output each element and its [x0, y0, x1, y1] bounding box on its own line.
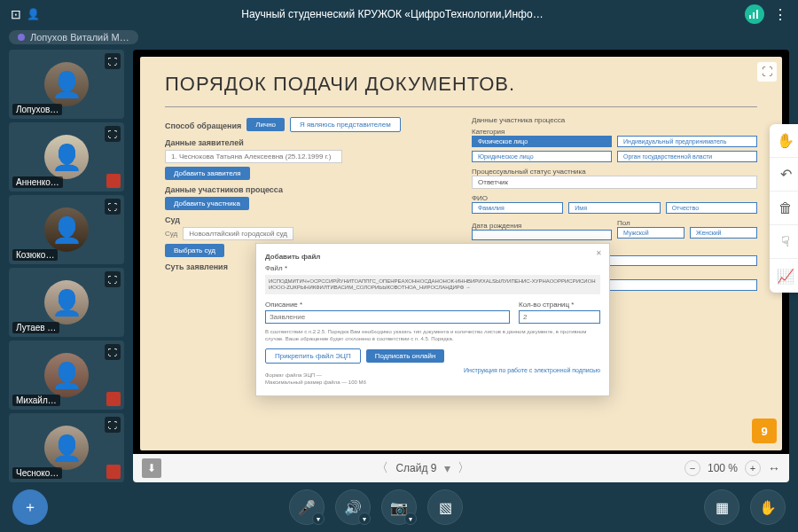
- appeal-rep-button: Я являюсь представителем: [290, 117, 401, 132]
- slide-indicator[interactable]: Слайд 9: [395, 462, 436, 474]
- audio-chevron-icon[interactable]: ▾: [358, 512, 371, 525]
- share-screen-button[interactable]: ▧: [427, 489, 463, 525]
- expand-tile-icon[interactable]: ⛶: [105, 271, 121, 287]
- participant-badge-icon: [106, 392, 121, 406]
- appeal-personal-button: Лично: [246, 118, 285, 131]
- pages-label: Кол-во страниц *: [519, 301, 600, 309]
- appeal-label: Способ обращения: [165, 121, 241, 130]
- participant-badge-icon: [106, 174, 121, 188]
- dob-field: [472, 230, 612, 240]
- presenter-pill[interactable]: Лопухов Виталий М…: [9, 30, 138, 44]
- participant-avatar: 👤: [44, 207, 89, 252]
- participant-name: Лопухов…: [12, 104, 62, 115]
- mic-button[interactable]: 🎤▾: [289, 489, 325, 525]
- expand-tile-icon[interactable]: ⛶: [105, 417, 121, 433]
- add-participant-button: Добавить участника: [165, 197, 249, 210]
- mic-chevron-icon[interactable]: ▾: [312, 512, 325, 525]
- slide-dropdown-icon[interactable]: ▾: [444, 461, 450, 475]
- participant-tile[interactable]: 👤Лопухов…⛶: [9, 50, 124, 119]
- slide-content: ПОРЯДОК ПОДАЧИ ДОКУМЕНТОВ. Способ обраще…: [140, 57, 782, 450]
- attach-sig-button: Прикрепить файл ЭЦП: [265, 348, 361, 364]
- person-icon[interactable]: 👤: [27, 8, 40, 20]
- name-field: Имя: [568, 202, 660, 214]
- expand-tile-icon[interactable]: ⛶: [105, 53, 121, 69]
- format-note: Формат файла ЭЦП — Максимальный размер ф…: [265, 372, 366, 387]
- file-label: Файл *: [265, 264, 600, 272]
- svg-rect-1: [753, 12, 755, 19]
- dob-label: Дата рождения: [472, 222, 612, 230]
- connection-icon[interactable]: [745, 4, 764, 24]
- proc-participants-label: Данные участников процесса: [165, 185, 450, 194]
- right-header: Данные участника процесса: [472, 116, 757, 124]
- zoom-in-icon[interactable]: +: [745, 460, 761, 476]
- participant-name: Чесноко…: [12, 467, 62, 479]
- meeting-title: Научный студенческий КРУЖОК «ЦифроТехнол…: [40, 8, 745, 20]
- prev-slide-icon[interactable]: 〈: [376, 460, 388, 476]
- download-icon[interactable]: ⬇: [142, 458, 161, 478]
- participant-avatar: 👤: [44, 280, 89, 325]
- next-slide-icon[interactable]: 〉: [458, 460, 470, 476]
- expand-tile-icon[interactable]: ⛶: [105, 199, 121, 215]
- participant-tile[interactable]: 👤Михайл…⛶: [9, 340, 124, 410]
- add-file-modal: ✕ Добавить файл Файл * ИСПОДМИТИЧ+ОСРССИ…: [255, 243, 610, 396]
- trash-icon[interactable]: 🗑: [770, 192, 798, 225]
- participant-avatar: 👤: [44, 62, 89, 106]
- fio-label: ФИО: [472, 194, 757, 202]
- slide-number-badge[interactable]: 9: [752, 419, 777, 443]
- zoom-out-icon[interactable]: −: [685, 460, 700, 476]
- pan-tool-icon[interactable]: ✋: [770, 124, 798, 158]
- modal-note: В соответствии с п.2.2.5. Порядка Вам не…: [265, 329, 600, 343]
- participants-icon[interactable]: ⊡: [11, 7, 21, 21]
- status-label: Процессуальный статус участника: [472, 168, 757, 176]
- category-label: Категория: [472, 128, 757, 136]
- svg-rect-2: [756, 10, 758, 19]
- participant-tile[interactable]: 👤Козюко…⛶: [9, 195, 124, 264]
- header-bar: ⊡ 👤 Научный студенческий КРУЖОК «ЦифроТе…: [0, 0, 798, 28]
- gender-label: Пол: [617, 219, 757, 227]
- options-icon[interactable]: ⋮: [773, 6, 787, 23]
- patronymic-field: Отчество: [666, 202, 757, 214]
- add-button[interactable]: ＋: [12, 489, 48, 525]
- raise-hand-button[interactable]: ✋: [750, 489, 786, 525]
- participant-tile[interactable]: 👤Лутаев …⛶: [9, 268, 124, 337]
- cat-entrepreneur: Индивидуальный предприниматель: [617, 136, 757, 147]
- camera-chevron-icon[interactable]: ▾: [404, 512, 417, 525]
- court-value: Новоалтайский городской суд: [183, 227, 293, 240]
- file-hash: ИСПОДМИТИЧ+ОСРССИРЙУНИТОАППГС_ОПЕНРЕАХОН…: [265, 275, 600, 294]
- cat-legal: Юридическое лицо: [472, 151, 612, 162]
- pointer-tool-icon[interactable]: ☟: [770, 225, 798, 259]
- slide-controls: ⬇ 〈 Слайд 9 ▾ 〉 − 100 % + ↔: [133, 454, 789, 482]
- presenter-status-dot: [18, 34, 25, 41]
- applicants-label: Данные заявителей: [165, 138, 450, 147]
- undo-icon[interactable]: ↶: [770, 158, 798, 192]
- gender-female: Женский: [690, 227, 757, 239]
- presentation-area: ПОРЯДОК ПОДАЧИ ДОКУМЕНТОВ. Способ обраще…: [133, 50, 789, 482]
- audio-button[interactable]: 🔊▾: [335, 489, 371, 525]
- desc-field: Заявление: [265, 310, 510, 324]
- surname-field: Фамилия: [472, 202, 563, 214]
- expand-tile-icon[interactable]: ⛶: [105, 344, 121, 360]
- participant-tile[interactable]: 👤Чесноко…⛶: [9, 413, 124, 482]
- presenter-name: Лопухов Виталий М…: [30, 32, 129, 43]
- signature-help-link: Инструкция по работе с электронной подпи…: [464, 367, 600, 387]
- applicant-field: 1. Чеснокова Татьяна Алексеевна (25.12.1…: [165, 150, 342, 163]
- camera-button[interactable]: 📷▾: [381, 489, 417, 525]
- sign-online-button: Подписать онлайн: [366, 349, 445, 363]
- desc-label: Описание *: [265, 301, 510, 309]
- zoom-level: 100 %: [708, 462, 738, 474]
- participant-name: Козюко…: [12, 249, 58, 261]
- participant-avatar: 👤: [44, 426, 89, 470]
- chart-tool-icon[interactable]: 📈: [770, 259, 798, 293]
- cat-individual: Физическое лицо: [472, 136, 612, 147]
- participant-name: Лутаев …: [12, 322, 59, 333]
- fullscreen-icon[interactable]: ⛶: [757, 62, 777, 82]
- participant-tile[interactable]: 👤Анненко…⛶: [9, 122, 124, 192]
- slide-title: ПОРЯДОК ПОДАЧИ ДОКУМЕНТОВ.: [165, 73, 757, 96]
- fit-width-icon[interactable]: ↔: [768, 461, 780, 475]
- control-bar: ＋ 🎤▾ 🔊▾ 📷▾ ▧ ▦ ✋: [0, 482, 798, 532]
- pages-field: 2: [519, 310, 600, 324]
- layout-button[interactable]: ▦: [704, 489, 739, 525]
- expand-tile-icon[interactable]: ⛶: [105, 126, 121, 142]
- cat-gov: Орган государственной власти: [617, 151, 757, 162]
- modal-close-icon: ✕: [596, 249, 602, 257]
